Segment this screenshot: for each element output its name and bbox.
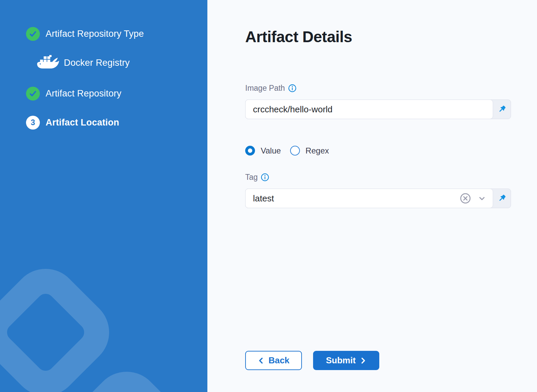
radio-label: Value: [261, 146, 281, 156]
step-label: Artifact Location: [46, 117, 119, 128]
pin-icon: [497, 193, 507, 203]
chevron-down-icon: [477, 193, 487, 203]
wizard-sidebar: Artifact Repository Type Docker Registry: [0, 0, 207, 392]
docker-whale-icon: [36, 54, 59, 72]
radio-label: Regex: [306, 146, 329, 156]
radio-option-regex[interactable]: Regex: [290, 146, 329, 156]
chevron-right-icon: [360, 357, 366, 365]
pin-icon: [497, 104, 507, 114]
info-icon[interactable]: [288, 84, 297, 92]
image-path-input[interactable]: [245, 100, 493, 119]
submit-button-label: Submit: [326, 355, 356, 366]
image-path-label-row: Image Path: [245, 84, 297, 93]
tag-label: Tag: [245, 173, 258, 182]
step-complete-check-icon: [26, 87, 40, 101]
artifact-details-panel: Artifact Details Image Path: [207, 0, 537, 392]
clear-tag-button[interactable]: [459, 192, 471, 204]
image-path-input-group: [245, 100, 511, 119]
image-path-label: Image Path: [245, 84, 285, 93]
back-button-label: Back: [268, 355, 289, 366]
sidebar-subitem-docker-registry[interactable]: Docker Registry: [36, 54, 130, 72]
sidebar-step-artifact-location[interactable]: 3 Artifact Location: [26, 116, 119, 130]
radio-option-value[interactable]: Value: [245, 146, 281, 156]
sidebar-step-artifact-repository[interactable]: Artifact Repository: [26, 87, 121, 101]
subitem-label: Docker Registry: [64, 58, 130, 68]
tag-input[interactable]: [245, 189, 493, 208]
step-number-badge: 3: [26, 116, 40, 130]
sidebar-step-artifact-repository-type[interactable]: Artifact Repository Type: [26, 27, 144, 41]
tag-runtime-input-button[interactable]: [493, 189, 511, 208]
circle-x-icon: [459, 192, 471, 204]
tag-mode-radio-group: Value Regex: [245, 146, 329, 156]
wizard-actions: Back Submit: [245, 351, 379, 370]
tag-label-row: Tag: [245, 173, 269, 182]
step-label: Artifact Repository Type: [46, 29, 144, 39]
info-icon[interactable]: [261, 173, 269, 181]
chevron-left-icon: [258, 357, 264, 365]
step-complete-check-icon: [26, 27, 40, 41]
image-path-runtime-input-button[interactable]: [493, 100, 511, 119]
step-label: Artifact Repository: [46, 88, 121, 99]
page-title: Artifact Details: [245, 28, 352, 46]
submit-button[interactable]: Submit: [313, 351, 379, 370]
tag-input-group: [245, 189, 511, 208]
radio-selected-icon: [245, 146, 255, 156]
back-button[interactable]: Back: [245, 351, 302, 370]
tag-dropdown-button[interactable]: [477, 193, 487, 203]
radio-unselected-icon: [290, 146, 300, 156]
